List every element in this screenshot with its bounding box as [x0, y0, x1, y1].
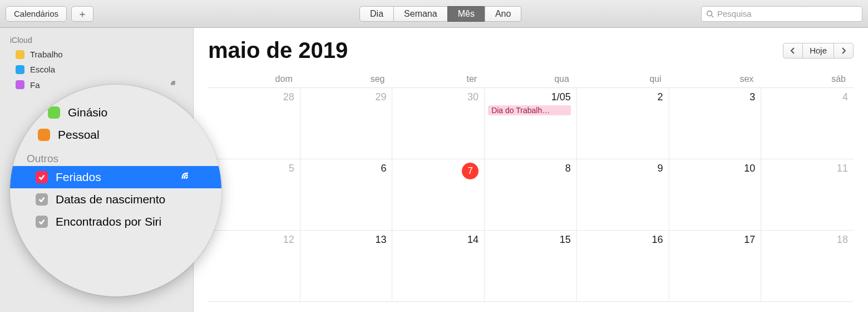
day-cell[interactable]: 6	[300, 159, 393, 231]
sidebar-item-label: Pessoal	[58, 128, 100, 142]
view-week[interactable]: Semana	[393, 6, 447, 22]
day-number: 5	[211, 163, 294, 174]
sidebar-item-nascimento[interactable]: Datas de nascimento	[10, 188, 221, 211]
check-icon	[38, 218, 46, 226]
sidebar-section-icloud: iCloud	[0, 33, 193, 47]
day-number: 17	[673, 234, 756, 246]
magnifier-overlay: Ginásio Pessoal Outros Feriados Datas de…	[10, 85, 221, 296]
day-number: 2	[580, 91, 663, 103]
event-pill[interactable]: Dia do Trabalh…	[488, 105, 571, 115]
day-number: 14	[396, 234, 479, 246]
sidebar-item-escola[interactable]: Escola	[0, 62, 193, 77]
chevron-left-icon	[790, 47, 796, 54]
day-number: 29	[304, 91, 387, 103]
day-cell[interactable]: 9	[577, 159, 669, 231]
checkbox[interactable]	[36, 193, 48, 206]
day-cell[interactable]: 5	[208, 159, 300, 231]
day-number: 18	[765, 234, 848, 246]
today-badge: 7	[462, 163, 479, 179]
calendar-color-swatch	[16, 65, 24, 74]
plus-icon: ＋	[77, 7, 87, 21]
toolbar: Calendários ＋ Dia Semana Mês Ano	[0, 0, 868, 28]
day-cell[interactable]: 16	[577, 231, 669, 302]
next-month-button[interactable]	[834, 43, 854, 58]
calendar-color-swatch	[38, 129, 50, 141]
view-day[interactable]: Dia	[359, 6, 393, 22]
day-cell[interactable]: 7	[392, 159, 485, 231]
day-number: 4	[765, 91, 848, 103]
day-cell[interactable]: 3	[669, 88, 762, 159]
calendar-content: maio de 2019 Hoje dom seg ter qua qui se…	[194, 28, 868, 312]
day-number: 28	[211, 91, 294, 103]
day-number: 16	[580, 234, 663, 246]
svg-line-1	[712, 15, 714, 17]
day-number: 1/05	[488, 91, 571, 103]
day-cell[interactable]: 11	[761, 159, 854, 231]
sidebar-item-label: Ginásio	[68, 106, 107, 119]
view-month[interactable]: Mês	[447, 6, 485, 22]
calendar-color-swatch	[48, 106, 60, 119]
calendar-grid: 2829301/05Dia do Trabalh…234567891011121…	[208, 88, 854, 302]
day-cell[interactable]: 14	[392, 231, 485, 302]
search-field-wrap[interactable]	[701, 6, 862, 22]
day-cell[interactable]: 30	[392, 88, 485, 159]
day-number: 9	[580, 163, 663, 174]
add-button[interactable]: ＋	[71, 6, 93, 22]
day-number: 6	[304, 163, 387, 174]
checkbox[interactable]	[36, 216, 48, 228]
day-number: 10	[673, 163, 756, 174]
day-cell[interactable]: 28	[208, 88, 300, 159]
weekday-label: sex	[669, 71, 762, 87]
day-number: 8	[488, 163, 571, 174]
today-button[interactable]: Hoje	[802, 43, 834, 58]
sidebar-item-siri[interactable]: Encontrados por Siri	[10, 211, 221, 233]
checkbox[interactable]	[36, 171, 48, 183]
day-cell[interactable]: 2	[577, 88, 669, 159]
day-number: 13	[304, 234, 387, 246]
day-cell[interactable]: 13	[300, 231, 393, 302]
search-input[interactable]	[717, 9, 857, 18]
sidebar-item-trabalho[interactable]: Trabalho	[0, 47, 193, 62]
calendar-color-swatch	[16, 50, 24, 59]
day-number: 30	[396, 91, 479, 103]
sidebar-item-label: Encontrados por Siri	[56, 215, 161, 228]
sidebar-item-label: Datas de nascimento	[56, 193, 165, 206]
view-year[interactable]: Ano	[485, 6, 521, 22]
day-cell[interactable]: 8	[485, 159, 577, 231]
chevron-right-icon	[841, 47, 846, 54]
weekday-label: qui	[577, 71, 669, 87]
prev-month-button[interactable]	[783, 43, 802, 58]
weekday-label: sáb	[761, 71, 854, 87]
day-cell[interactable]: 29	[300, 88, 393, 159]
svg-point-0	[707, 11, 712, 16]
weekday-label: qua	[485, 71, 577, 87]
day-cell[interactable]: 12	[208, 231, 300, 302]
day-number: 3	[673, 91, 756, 103]
weekday-label: dom	[208, 71, 300, 87]
sidebar-item-label: Trabalho	[30, 50, 63, 59]
weekday-label: seg	[300, 71, 393, 87]
day-cell[interactable]: 18	[761, 231, 854, 302]
sidebar-item-feriados[interactable]: Feriados	[10, 166, 221, 188]
shared-icon	[170, 80, 180, 90]
view-segmented-control: Dia Semana Mês Ano	[359, 6, 521, 22]
day-cell[interactable]: 15	[485, 231, 577, 302]
calendars-button[interactable]: Calendários	[6, 6, 67, 22]
day-cell[interactable]: 4	[761, 88, 854, 159]
sidebar-item-label: Escola	[30, 65, 55, 74]
shared-icon	[180, 171, 193, 183]
check-icon	[38, 173, 46, 181]
weekday-header: dom seg ter qua qui sex sáb	[208, 71, 854, 88]
day-number: 11	[765, 163, 848, 174]
day-number: 12	[211, 234, 294, 246]
search-icon	[706, 10, 714, 18]
weekday-label: ter	[392, 71, 485, 87]
day-cell[interactable]: 10	[669, 159, 762, 231]
month-nav-group: Hoje	[783, 43, 854, 58]
sidebar-item-pessoal[interactable]: Pessoal	[10, 124, 221, 146]
day-number: 15	[488, 234, 571, 246]
day-cell[interactable]: 1/05Dia do Trabalh…	[485, 88, 577, 159]
check-icon	[38, 196, 46, 203]
month-title: maio de 2019	[208, 38, 348, 63]
day-cell[interactable]: 17	[669, 231, 762, 302]
